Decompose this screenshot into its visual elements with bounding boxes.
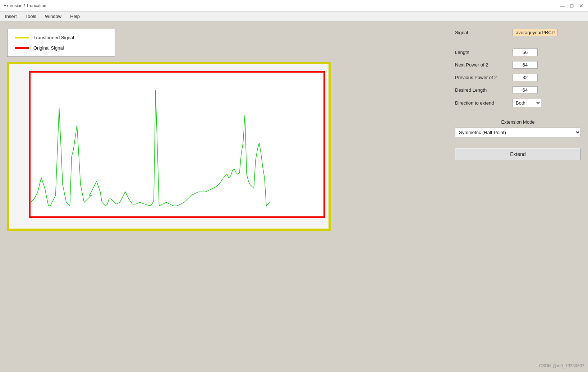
main-content: Transformed Signal Original Signal Signa… [0,22,588,372]
extension-mode-label: Extension Mode [455,119,581,125]
legend-transformed-signal: Transformed Signal [15,35,107,40]
chart-inner [29,71,325,218]
legend-box: Transformed Signal Original Signal [7,29,115,57]
maximize-button[interactable]: □ [569,3,575,9]
menu-bar: Insert Tools Window Help [0,12,588,22]
extension-mode-select[interactable]: Symmetric (Half-Point) Symmetric (Whole-… [455,128,581,137]
close-button[interactable]: ✕ [578,3,584,9]
direction-row: Direction to extend Both Left Right [455,99,581,107]
original-signal-label: Original Signal [33,45,64,51]
direction-select[interactable]: Both Left Right [513,99,541,107]
prev-power2-input[interactable] [513,74,538,81]
desired-length-row: Desired Length [455,86,581,94]
minimize-button[interactable]: — [559,3,566,9]
next-power2-input[interactable] [513,61,538,69]
legend-original-signal: Original Signal [15,45,107,51]
transformed-signal-line [15,37,29,38]
length-label: Length [455,50,513,55]
extension-mode-section: Extension Mode Symmetric (Half-Point) Sy… [455,119,581,137]
window-title: Extension / Truncation [4,3,46,8]
menu-insert[interactable]: Insert [1,13,20,20]
watermark: CSDN @m0_73330637 [539,363,584,368]
chart-area: Transformed Signal Original Signal [0,22,448,372]
transformed-signal-label: Transformed Signal [33,35,74,40]
chart-container [7,62,331,231]
menu-tools[interactable]: Tools [22,13,40,20]
length-row: Length [455,49,581,56]
signal-chart [31,73,323,216]
direction-label: Direction to extend [455,100,513,106]
right-panel: Signal averageyearPRCP Length Next Power… [448,22,588,372]
next-power2-row: Next Power of 2 [455,61,581,69]
menu-window[interactable]: Window [41,13,65,20]
original-signal-line [15,47,29,49]
signal-label: Signal [455,30,513,35]
extend-button[interactable]: Extend [455,148,581,160]
menu-help[interactable]: Help [66,13,83,20]
prev-power2-row: Previous Power of 2 [455,74,581,81]
desired-length-input[interactable] [513,86,538,94]
prev-power2-label: Previous Power of 2 [455,75,513,80]
signal-row: Signal averageyearPRCP [455,29,581,36]
next-power2-label: Next Power of 2 [455,62,513,68]
desired-length-label: Desired Length [455,87,513,93]
title-bar: Extension / Truncation — □ ✕ [0,0,588,12]
signal-value: averageyearPRCP [513,29,558,36]
window-controls: — □ ✕ [559,3,584,9]
length-input[interactable] [513,49,538,56]
